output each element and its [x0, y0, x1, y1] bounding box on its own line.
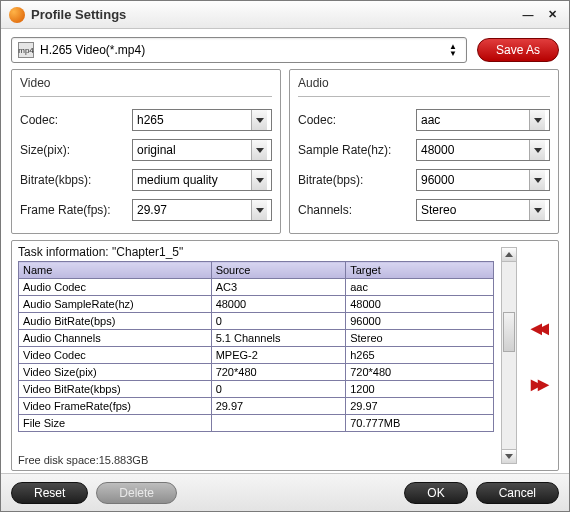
minimize-button[interactable]: — — [519, 6, 537, 24]
cell-target: 48000 — [346, 296, 494, 313]
divider — [298, 96, 550, 97]
cell-name: File Size — [19, 415, 212, 432]
task-table: Name Source Target Audio CodecAC3aacAudi… — [18, 261, 494, 432]
free-disk-label: Free disk space:15.883GB — [18, 454, 494, 466]
cell-target: 720*480 — [346, 364, 494, 381]
chevron-down-icon[interactable] — [251, 170, 267, 190]
cell-name: Audio SampleRate(hz) — [19, 296, 212, 313]
table-row[interactable]: Video Size(pix)720*480720*480 — [19, 364, 494, 381]
table-row[interactable]: Audio BitRate(bps)096000 — [19, 313, 494, 330]
chevron-down-icon[interactable] — [529, 110, 545, 130]
chevron-down-icon[interactable] — [529, 170, 545, 190]
cell-target: 70.777MB — [346, 415, 494, 432]
audio-channels-value: Stereo — [421, 203, 529, 217]
video-framerate-value: 29.97 — [137, 203, 251, 217]
audio-heading: Audio — [298, 76, 550, 90]
table-row[interactable]: Audio SampleRate(hz)4800048000 — [19, 296, 494, 313]
video-size-value: original — [137, 143, 251, 157]
cell-source: MPEG-2 — [211, 347, 346, 364]
audio-codec-label: Codec: — [298, 113, 416, 127]
titlebar: Profile Settings — ✕ — [1, 1, 569, 29]
close-button[interactable]: ✕ — [543, 6, 561, 24]
video-bitrate-value: medium quality — [137, 173, 251, 187]
content-area: mp4 H.265 Video(*.mp4) ▲▼ Save As Video … — [1, 29, 569, 473]
table-row[interactable]: Video BitRate(kbps)01200 — [19, 381, 494, 398]
cell-name: Video Codec — [19, 347, 212, 364]
audio-samplerate-value: 48000 — [421, 143, 529, 157]
audio-codec-select[interactable]: aac — [416, 109, 550, 131]
cell-name: Audio Codec — [19, 279, 212, 296]
task-info-panel: Task information: "Chapter1_5" Name Sour… — [11, 240, 559, 471]
cell-source — [211, 415, 346, 432]
settings-sections: Video Codec: h265 Size(pix): original Bi… — [11, 69, 559, 234]
profile-spinner[interactable]: ▲▼ — [446, 43, 460, 57]
scroll-column — [498, 245, 520, 466]
scroll-up-icon[interactable] — [502, 248, 516, 262]
save-as-button[interactable]: Save As — [477, 38, 559, 62]
profile-settings-window: Profile Settings — ✕ mp4 H.265 Video(*.m… — [0, 0, 570, 512]
format-icon: mp4 — [18, 42, 34, 58]
cancel-button[interactable]: Cancel — [476, 482, 559, 504]
col-target[interactable]: Target — [346, 262, 494, 279]
cell-source: 29.97 — [211, 398, 346, 415]
col-source[interactable]: Source — [211, 262, 346, 279]
cell-name: Video FrameRate(fps) — [19, 398, 212, 415]
video-bitrate-label: Bitrate(kbps): — [20, 173, 132, 187]
table-row[interactable]: Video CodecMPEG-2h265 — [19, 347, 494, 364]
video-size-label: Size(pix): — [20, 143, 132, 157]
prev-button[interactable]: ◀◀ — [531, 320, 545, 336]
footer: Reset Delete OK Cancel — [1, 473, 569, 511]
cell-name: Audio Channels — [19, 330, 212, 347]
cell-source: AC3 — [211, 279, 346, 296]
audio-bitrate-value: 96000 — [421, 173, 529, 187]
divider — [20, 96, 272, 97]
cell-target: h265 — [346, 347, 494, 364]
cell-name: Video BitRate(kbps) — [19, 381, 212, 398]
chevron-down-icon[interactable] — [529, 200, 545, 220]
audio-panel: Audio Codec: aac Sample Rate(hz): 48000 … — [289, 69, 559, 234]
chevron-down-icon[interactable] — [251, 140, 267, 160]
profile-select-text: H.265 Video(*.mp4) — [40, 43, 446, 57]
video-bitrate-select[interactable]: medium quality — [132, 169, 272, 191]
cell-source: 48000 — [211, 296, 346, 313]
table-row[interactable]: File Size70.777MB — [19, 415, 494, 432]
video-codec-select[interactable]: h265 — [132, 109, 272, 131]
app-icon — [9, 7, 25, 23]
col-name[interactable]: Name — [19, 262, 212, 279]
audio-codec-value: aac — [421, 113, 529, 127]
cell-target: Stereo — [346, 330, 494, 347]
vertical-scrollbar[interactable] — [501, 247, 517, 464]
next-button[interactable]: ▶▶ — [531, 376, 545, 392]
table-header-row: Name Source Target — [19, 262, 494, 279]
table-row[interactable]: Audio CodecAC3aac — [19, 279, 494, 296]
table-row[interactable]: Video FrameRate(fps)29.9729.97 — [19, 398, 494, 415]
video-panel: Video Codec: h265 Size(pix): original Bi… — [11, 69, 281, 234]
delete-button[interactable]: Delete — [96, 482, 177, 504]
video-framerate-select[interactable]: 29.97 — [132, 199, 272, 221]
profile-select[interactable]: mp4 H.265 Video(*.mp4) ▲▼ — [11, 37, 467, 63]
chevron-down-icon[interactable] — [529, 140, 545, 160]
nav-buttons: ◀◀ ▶▶ — [524, 245, 552, 466]
cell-name: Video Size(pix) — [19, 364, 212, 381]
video-size-select[interactable]: original — [132, 139, 272, 161]
chevron-down-icon[interactable] — [251, 200, 267, 220]
audio-channels-label: Channels: — [298, 203, 416, 217]
reset-button[interactable]: Reset — [11, 482, 88, 504]
audio-channels-select[interactable]: Stereo — [416, 199, 550, 221]
chevron-down-icon[interactable] — [251, 110, 267, 130]
cell-target: 96000 — [346, 313, 494, 330]
cell-name: Audio BitRate(bps) — [19, 313, 212, 330]
audio-samplerate-select[interactable]: 48000 — [416, 139, 550, 161]
scroll-thumb[interactable] — [503, 312, 515, 352]
video-codec-label: Codec: — [20, 113, 132, 127]
cell-target: 1200 — [346, 381, 494, 398]
ok-button[interactable]: OK — [404, 482, 467, 504]
audio-bitrate-select[interactable]: 96000 — [416, 169, 550, 191]
task-table-container: Name Source Target Audio CodecAC3aacAudi… — [18, 261, 494, 453]
cell-source: 0 — [211, 381, 346, 398]
cell-source: 720*480 — [211, 364, 346, 381]
cell-target: aac — [346, 279, 494, 296]
table-row[interactable]: Audio Channels5.1 ChannelsStereo — [19, 330, 494, 347]
scroll-down-icon[interactable] — [502, 449, 516, 463]
audio-bitrate-label: Bitrate(bps): — [298, 173, 416, 187]
